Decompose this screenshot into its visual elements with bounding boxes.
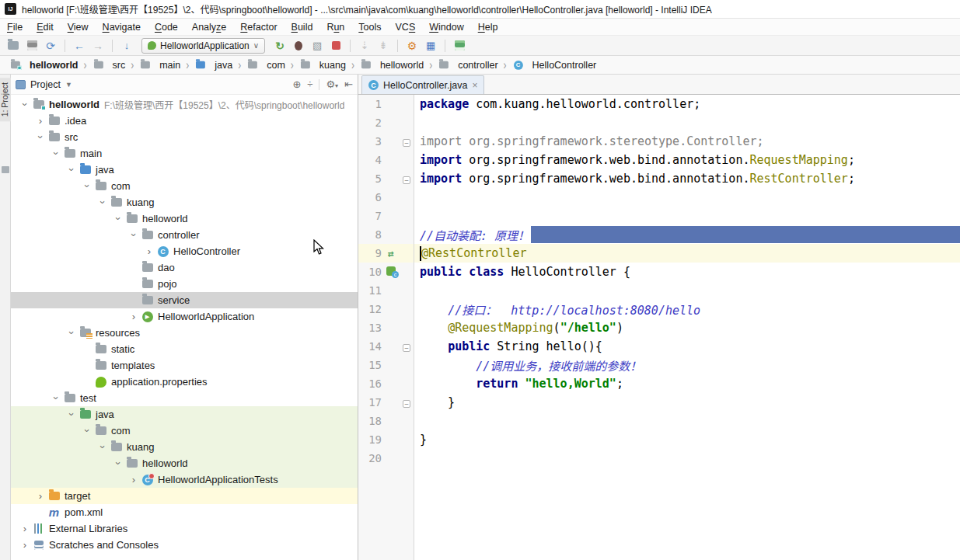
tree-row-resources[interactable]: ›resources: [11, 325, 358, 341]
settings-gear-icon[interactable]: ⚙▾: [326, 78, 338, 90]
menu-item-view[interactable]: View: [61, 20, 96, 34]
hide-panel-icon[interactable]: ⇤: [344, 78, 353, 90]
forward-icon[interactable]: →: [89, 38, 106, 54]
fold-marker-icon[interactable]: −: [400, 395, 413, 409]
code-line[interactable]: @RestController: [414, 244, 960, 263]
menu-item-help[interactable]: Help: [471, 20, 505, 34]
menu-item-navigate[interactable]: Navigate: [96, 20, 148, 34]
code-line[interactable]: public class HelloController {: [414, 263, 960, 281]
tree-row-pojo[interactable]: pojo: [11, 276, 358, 292]
chevron-down-icon[interactable]: ▼: [65, 81, 72, 89]
code-line[interactable]: package com.kuang.helloworld.controller;: [414, 95, 960, 113]
editor-gutter[interactable]: 20: [358, 449, 414, 468]
editor-gutter[interactable]: 19: [358, 430, 414, 449]
tree-row-helloworld[interactable]: ›helloworld: [11, 210, 358, 227]
menu-item-analyze[interactable]: Analyze: [185, 20, 233, 34]
editor-gutter[interactable]: 18: [358, 412, 414, 430]
chevron-open-icon[interactable]: ›: [126, 229, 141, 241]
open-folder-icon[interactable]: [5, 38, 22, 54]
code-line[interactable]: return "hello,World";: [414, 374, 960, 393]
menu-item-window[interactable]: Window: [422, 20, 470, 34]
code-editor[interactable]: 1package com.kuang.helloworld.controller…: [358, 95, 960, 560]
attach-debugger-icon[interactable]: ⇟: [375, 38, 392, 54]
menu-item-build[interactable]: Build: [285, 20, 320, 34]
breadcrumb-item-src[interactable]: src: [89, 59, 129, 71]
chevron-closed-icon[interactable]: ›: [141, 245, 157, 257]
menu-item-file[interactable]: File: [0, 20, 30, 34]
chevron-closed-icon[interactable]: ›: [33, 490, 48, 502]
menu-item-tools[interactable]: Tools: [351, 20, 388, 34]
chevron-open-icon[interactable]: ›: [110, 457, 126, 469]
tree-row-hellocontroller[interactable]: ›CHelloController: [11, 243, 358, 259]
editor-gutter[interactable]: 14−: [358, 337, 414, 356]
fold-marker-icon[interactable]: −: [400, 339, 413, 353]
save-icon[interactable]: [23, 38, 40, 54]
editor-gutter[interactable]: 12: [358, 300, 414, 318]
chevron-open-icon[interactable]: ›: [33, 131, 48, 143]
editor-gutter[interactable]: 7: [358, 207, 414, 225]
chevron-open-icon[interactable]: ›: [79, 425, 95, 437]
editor-gutter[interactable]: 17−: [358, 393, 414, 412]
fold-marker-icon[interactable]: −: [400, 172, 413, 186]
editor-gutter[interactable]: 8: [358, 225, 414, 244]
stop-icon[interactable]: [327, 38, 344, 54]
editor-gutter[interactable]: 10: [358, 263, 414, 281]
tree-row-templates[interactable]: templates: [11, 357, 358, 374]
tree-row-kuang[interactable]: ›kuang: [11, 194, 358, 210]
sync-icon[interactable]: ⟳: [42, 38, 59, 54]
spring-class-icon[interactable]: [382, 266, 400, 278]
debug-icon[interactable]: [290, 38, 307, 54]
project-structure-icon[interactable]: ▦: [422, 38, 439, 54]
update-project-icon[interactable]: ↓: [118, 38, 135, 54]
collapse-all-icon[interactable]: ÷: [307, 78, 312, 90]
project-panel-title[interactable]: Project: [30, 79, 61, 90]
chevron-open-icon[interactable]: ›: [110, 213, 126, 224]
locate-icon[interactable]: ⊕: [292, 78, 301, 90]
tab-hellocontroller[interactable]: C HelloController.java ×: [361, 75, 484, 94]
breadcrumb-item-hellocontroller[interactable]: CHelloController: [509, 59, 600, 71]
tree-row-external-libraries[interactable]: ›External Libraries: [11, 520, 358, 537]
breadcrumb-item-helloworld[interactable]: helloworld: [6, 59, 82, 71]
code-line[interactable]: import org.springframework.web.bind.anno…: [414, 151, 960, 169]
tree-row-.idea[interactable]: ›.idea: [11, 113, 358, 129]
editor-gutter[interactable]: 15: [358, 356, 414, 374]
menu-item-run[interactable]: Run: [319, 20, 351, 34]
tree-row-src[interactable]: ›src: [11, 129, 358, 145]
code-line[interactable]: [414, 188, 960, 207]
editor-gutter[interactable]: 9⇄: [358, 244, 414, 263]
chevron-open-icon[interactable]: ›: [64, 327, 79, 339]
menu-item-refactor[interactable]: Refactor: [233, 20, 284, 34]
tree-row-static[interactable]: static: [11, 341, 358, 357]
chevron-open-icon[interactable]: ›: [64, 164, 79, 176]
save-commit-icon[interactable]: [451, 38, 468, 54]
chevron-closed-icon[interactable]: ›: [126, 311, 141, 322]
tree-row-scratches-and-consoles[interactable]: ›Scratches and Consoles: [11, 537, 358, 553]
code-line[interactable]: }: [414, 393, 960, 412]
tree-row-target[interactable]: ›target: [11, 488, 358, 504]
tree-row-test[interactable]: ›test: [11, 390, 358, 406]
menu-item-edit[interactable]: Edit: [30, 20, 61, 34]
code-line[interactable]: import org.springframework.web.bind.anno…: [414, 169, 960, 188]
close-icon[interactable]: ×: [472, 80, 477, 91]
code-line[interactable]: import org.springframework.stereotype.Co…: [414, 132, 960, 151]
chevron-open-icon[interactable]: ›: [48, 148, 64, 159]
tree-row-controller[interactable]: ›controller: [11, 227, 358, 243]
breadcrumb-item-helloworld[interactable]: helloworld: [357, 59, 427, 71]
breadcrumb-item-controller[interactable]: controller: [435, 59, 501, 71]
chevron-open-icon[interactable]: ›: [17, 99, 33, 110]
tree-row-com[interactable]: ›com: [11, 423, 358, 439]
editor-gutter[interactable]: 2: [358, 113, 414, 132]
editor-gutter[interactable]: 5−: [358, 169, 414, 188]
coverage-icon[interactable]: ▧: [309, 38, 326, 54]
chevron-open-icon[interactable]: ›: [64, 409, 79, 420]
project-stripe-tab[interactable]: 1: Project: [0, 78, 11, 121]
chevron-open-icon[interactable]: ›: [95, 197, 110, 208]
profiler-icon[interactable]: ⇣: [356, 38, 373, 54]
tree-row-helloworldapplicationtests[interactable]: ›CHelloworldApplicationTests: [11, 471, 358, 488]
tree-row-java[interactable]: ›java: [11, 162, 358, 178]
code-line[interactable]: [414, 281, 960, 300]
chevron-open-icon[interactable]: ›: [79, 180, 95, 192]
back-icon[interactable]: ←: [71, 38, 88, 54]
chevron-open-icon[interactable]: ›: [48, 392, 64, 404]
fold-marker-icon[interactable]: −: [400, 134, 413, 148]
